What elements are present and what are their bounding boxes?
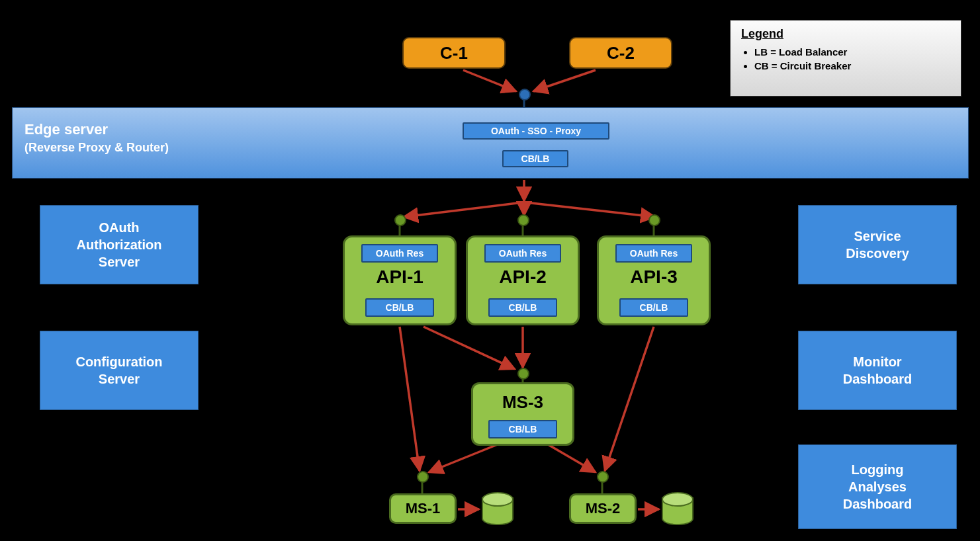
client-c1: C-1 <box>402 37 506 69</box>
api1-dot <box>394 214 406 226</box>
api2-dot <box>517 214 529 226</box>
legend-item: CB = Circuit Breaker <box>754 60 950 71</box>
pill-label: CB/LB <box>386 302 414 313</box>
cblb-pill: CB/LB <box>365 298 434 317</box>
edge-subtitle: (Reverse Proxy & Router) <box>24 141 169 155</box>
ms-3: MS-3 CB/LB <box>471 382 574 446</box>
edge-title: Edge server <box>24 121 108 138</box>
pill-label: CB/LB <box>640 302 668 313</box>
cblb-pill: CB/LB <box>488 298 557 317</box>
svg-line-0 <box>463 70 516 91</box>
api-label: API-1 <box>345 267 455 288</box>
api-3: OAuth Res API-3 CB/LB <box>597 235 711 325</box>
legend-item: LB = Load Balancer <box>754 46 950 58</box>
sidebox-label: OAuth Authorization Server <box>77 219 162 270</box>
oauth-res-pill: OAuth Res <box>484 244 561 263</box>
api-2: OAuth Res API-2 CB/LB <box>466 235 580 325</box>
edge-cblb-pill: CB/LB <box>502 150 568 167</box>
service-discovery: Service Discovery <box>798 205 957 284</box>
pill-label: CB/LB <box>509 424 537 435</box>
svg-line-6 <box>400 327 420 471</box>
svg-line-3 <box>404 202 523 217</box>
client-c2: C-2 <box>569 37 672 69</box>
client-label: C-1 <box>440 43 468 63</box>
svg-line-9 <box>605 327 654 471</box>
legend-panel: Legend LB = Load Balancer CB = Circuit B… <box>730 20 961 97</box>
oauth-res-pill: OAuth Res <box>361 244 438 263</box>
sidebox-label: Service Discovery <box>846 228 909 262</box>
svg-line-7 <box>423 327 515 369</box>
pill-label: CB/LB <box>509 302 537 313</box>
api3-dot <box>648 214 660 226</box>
svg-line-11 <box>548 444 596 472</box>
logging-analyses-dashboard: Logging Analyses Dashboard <box>798 444 957 529</box>
pill-label: OAuth Res <box>376 248 423 259</box>
edge-server: Edge server (Reverse Proxy & Router) OAu… <box>12 107 969 179</box>
ms-label: MS-1 <box>406 500 441 517</box>
oauth-sso-proxy-pill: OAuth - SSO - Proxy <box>463 122 609 140</box>
ms3-dot <box>517 368 529 380</box>
oauth-authorization-server: OAuth Authorization Server <box>40 205 199 284</box>
monitor-dashboard: Monitor Dashboard <box>798 331 957 410</box>
svg-line-10 <box>429 444 498 472</box>
ms-2: MS-2 <box>569 493 637 524</box>
svg-line-1 <box>533 70 596 91</box>
ms1-dot <box>417 471 429 483</box>
configuration-server: Configuration Server <box>40 331 199 410</box>
api-1: OAuth Res API-1 CB/LB <box>343 235 457 325</box>
ms-1: MS-1 <box>389 493 457 524</box>
ms-label: MS-2 <box>586 500 621 517</box>
cblb-pill: CB/LB <box>619 298 688 317</box>
legend-title: Legend <box>741 27 950 41</box>
oauth-res-pill: OAuth Res <box>615 244 692 263</box>
edge-entry-dot <box>519 89 531 101</box>
pill-label: OAuth - SSO - Proxy <box>491 126 581 136</box>
ms2-dot <box>597 471 609 483</box>
api-label: API-3 <box>599 267 709 288</box>
db-2 <box>662 492 691 526</box>
cblb-pill: CB/LB <box>488 420 557 438</box>
sidebox-label: Configuration Server <box>75 353 162 388</box>
pill-label: OAuth Res <box>499 248 547 259</box>
pill-label: OAuth Res <box>630 248 678 259</box>
svg-line-5 <box>525 202 655 217</box>
diagram-stage: Legend LB = Load Balancer CB = Circuit B… <box>0 0 980 541</box>
legend-list: LB = Load Balancer CB = Circuit Breaker <box>741 46 950 71</box>
pill-label: CB/LB <box>521 153 550 164</box>
client-label: C-2 <box>607 43 635 63</box>
sidebox-label: Logging Analyses Dashboard <box>843 461 912 513</box>
sidebox-label: Monitor Dashboard <box>843 353 912 388</box>
db-1 <box>482 492 511 526</box>
api-label: API-2 <box>468 267 578 288</box>
ms-label: MS-3 <box>473 392 572 413</box>
